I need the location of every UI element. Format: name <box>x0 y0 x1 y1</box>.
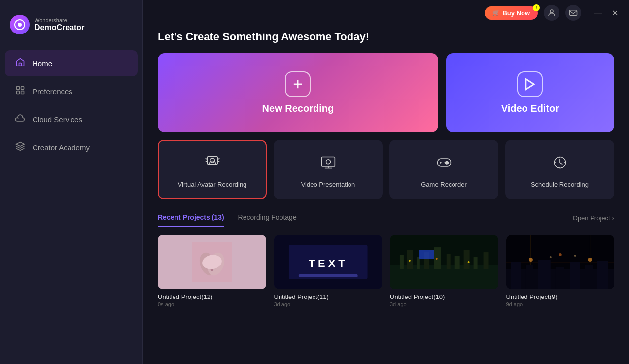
page-title: Let's Create Something Awesome Today! <box>158 31 614 43</box>
video-presentation-label: Video Presentation <box>301 181 355 188</box>
sidebar: Wondershare DemoCreator Home Preferences <box>0 0 143 364</box>
project-card-11[interactable]: TEXT Untitled Project(11) 3d ago <box>274 235 383 307</box>
svg-rect-2 <box>19 63 22 66</box>
tabs-bar: Recent Projects (13) Recording Footage O… <box>158 209 614 227</box>
chevron-right-icon: › <box>612 214 614 222</box>
project-name-11: Untitled Project(11) <box>274 293 383 300</box>
sidebar-item-academy[interactable]: Creator Academy <box>5 134 138 161</box>
minimize-button[interactable]: — <box>591 6 605 20</box>
svg-rect-47 <box>400 255 404 269</box>
svg-rect-72 <box>597 261 608 289</box>
svg-point-57 <box>409 260 411 262</box>
preferences-icon <box>15 85 26 98</box>
profile-icon-button[interactable] <box>544 5 559 21</box>
video-presentation-card[interactable]: Video Presentation <box>274 140 383 199</box>
svg-point-59 <box>468 261 470 263</box>
svg-rect-60 <box>419 250 434 259</box>
svg-line-31 <box>560 163 562 165</box>
svg-point-77 <box>574 255 576 257</box>
svg-rect-52 <box>447 254 451 269</box>
sidebar-label-cloud: Cloud Services <box>33 115 82 124</box>
project-card-10[interactable]: Untitled Project(10) 3d ago <box>390 235 498 307</box>
svg-point-19 <box>326 160 330 164</box>
window-controls: — ✕ <box>591 6 621 20</box>
svg-point-76 <box>549 256 551 258</box>
video-editor-card[interactable]: Video Editor <box>446 53 614 132</box>
svg-point-7 <box>550 10 553 13</box>
titlebar: Buy Now ! — ✕ <box>143 0 629 26</box>
project-card-12[interactable]: ❤ Untitled Project(12) 0s ago <box>158 235 266 307</box>
new-recording-icon <box>285 71 311 97</box>
buy-badge: ! <box>533 4 540 11</box>
video-editor-icon <box>517 71 543 97</box>
svg-point-13 <box>210 158 214 163</box>
svg-rect-55 <box>474 257 478 269</box>
project-name-10: Untitled Project(10) <box>390 293 498 300</box>
svg-rect-71 <box>585 265 593 289</box>
page-content: Let's Create Something Awesome Today! Ne… <box>143 26 629 364</box>
virtual-avatar-label: Virtual Avatar Recording <box>178 181 247 188</box>
game-recorder-label: Game Recorder <box>421 181 466 188</box>
sidebar-label-preferences: Preferences <box>33 87 72 96</box>
logo-area: Wondershare DemoCreator <box>0 10 142 49</box>
svg-rect-4 <box>21 87 24 90</box>
buy-now-button[interactable]: Buy Now ! <box>485 6 538 20</box>
project-name-12: Untitled Project(12) <box>158 293 266 300</box>
new-recording-card[interactable]: New Recording <box>158 53 438 132</box>
project-thumb-12: ❤ <box>158 235 266 289</box>
sidebar-item-cloud[interactable]: Cloud Services <box>5 106 138 132</box>
project-time-9: 9d ago <box>506 301 615 307</box>
schedule-recording-card[interactable]: Schedule Recording <box>505 140 614 199</box>
open-project-link[interactable]: Open Project › <box>573 214 614 222</box>
logo-icon <box>10 15 30 34</box>
schedule-recording-icon <box>552 155 568 174</box>
project-name-9: Untitled Project(9) <box>506 293 615 300</box>
sidebar-label-academy: Creator Academy <box>33 143 90 152</box>
project-thumb-10 <box>390 235 498 289</box>
hero-cards: New Recording Video Editor <box>158 53 614 132</box>
cloud-icon <box>15 113 26 126</box>
project-time-11: 3d ago <box>274 301 383 307</box>
project-time-12: 0s ago <box>158 301 266 307</box>
svg-point-74 <box>588 258 592 262</box>
academy-icon <box>15 141 26 154</box>
tab-recent-projects[interactable]: Recent Projects (13) <box>158 209 224 227</box>
svg-rect-56 <box>484 252 489 269</box>
projects-grid: ❤ Untitled Project(12) 0s ago TEXT Untit… <box>158 235 614 307</box>
game-recorder-card[interactable]: Game Recorder <box>389 140 498 199</box>
svg-rect-54 <box>464 250 470 269</box>
new-recording-label: New Recording <box>262 103 334 114</box>
video-editor-label: Video Editor <box>501 103 559 114</box>
sidebar-label-home: Home <box>33 59 52 67</box>
close-button[interactable]: ✕ <box>609 6 621 20</box>
svg-rect-18 <box>321 157 335 166</box>
logo-brand: Wondershare <box>35 17 84 23</box>
logo-text: Wondershare DemoCreator <box>35 17 84 32</box>
svg-rect-48 <box>407 250 413 269</box>
sidebar-item-home[interactable]: Home <box>5 50 138 76</box>
svg-rect-6 <box>21 91 24 94</box>
video-presentation-icon <box>320 155 336 174</box>
svg-point-73 <box>528 258 532 262</box>
svg-rect-53 <box>455 256 460 269</box>
svg-point-58 <box>436 258 438 260</box>
game-recorder-icon <box>436 155 452 174</box>
svg-rect-66 <box>511 262 521 289</box>
svg-rect-51 <box>434 247 441 269</box>
mail-icon-button[interactable] <box>565 5 581 21</box>
project-card-9[interactable]: Untitled Project(9) 9d ago <box>506 235 615 307</box>
logo-name: DemoCreator <box>35 23 84 32</box>
project-thumb-9 <box>506 235 615 289</box>
feature-grid: Virtual Avatar Recording Video Presentat… <box>158 140 614 199</box>
svg-rect-8 <box>570 10 577 16</box>
svg-marker-11 <box>526 79 534 89</box>
virtual-avatar-card[interactable]: Virtual Avatar Recording <box>158 140 267 199</box>
virtual-avatar-icon <box>205 155 220 174</box>
svg-rect-3 <box>17 87 20 90</box>
svg-point-1 <box>18 23 22 27</box>
tab-recording-footage[interactable]: Recording Footage <box>238 209 297 227</box>
main-content: Buy Now ! — ✕ Let's Create Something Awe… <box>143 0 629 364</box>
schedule-recording-label: Schedule Recording <box>531 181 589 188</box>
svg-rect-49 <box>417 257 420 269</box>
sidebar-item-preferences[interactable]: Preferences <box>5 78 138 104</box>
